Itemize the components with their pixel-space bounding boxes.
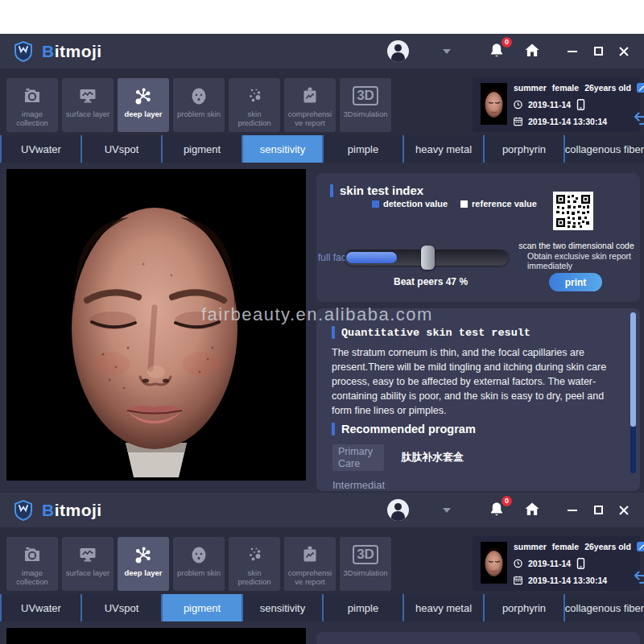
detection-swatch <box>372 200 379 208</box>
tool-comprehensive-report[interactable]: comprehensi ve report <box>284 537 336 591</box>
title-accent-bar <box>332 326 335 339</box>
tab-heavy-metal[interactable]: heavy metal <box>402 135 483 163</box>
close-button[interactable] <box>617 503 631 518</box>
recommended-product: 肽肽补水套盒 <box>401 450 464 464</box>
notifications-button[interactable]: 0 <box>488 42 506 61</box>
tab-porphyrin[interactable]: porphyrin <box>483 135 564 163</box>
tab-heavy-metal[interactable]: heavy metal <box>402 594 483 621</box>
calendar-icon <box>514 116 522 126</box>
tool-surface-layer[interactable]: surface layer <box>62 537 114 591</box>
tab-porphyrin[interactable]: porphyrin <box>483 594 564 621</box>
titlebar: Bitmoji 0 <box>0 34 644 68</box>
user-gender: female <box>552 83 579 93</box>
user-date-row: 2019-11-14 <box>514 558 644 569</box>
scrollbar-track <box>630 427 636 473</box>
user-panel: summer female 26years old 2019-11-14 201… <box>473 77 640 132</box>
tab-uvspot[interactable]: UVspot <box>80 135 161 163</box>
maximize-button[interactable] <box>591 44 605 59</box>
camera-icon <box>23 545 42 564</box>
app-logo-icon <box>13 500 34 521</box>
app-window-top: Bitmoji 0 imag <box>0 34 644 493</box>
skin-test-index-panel <box>316 632 640 644</box>
tab-sensitivity[interactable]: sensitivity <box>242 135 322 163</box>
primary-care-button[interactable]: Primary Care <box>332 444 384 471</box>
tab-collagenous-fiber[interactable]: collagenous fiber <box>564 594 644 621</box>
user-age: 26years old <box>584 542 631 551</box>
undo-icon[interactable] <box>633 570 644 585</box>
tab-pimple[interactable]: pimple <box>322 135 402 163</box>
tab-uvwater[interactable]: UVwater <box>0 594 80 621</box>
tool-image-collection[interactable]: image collection <box>6 537 58 591</box>
main-content: skin test index detection value referenc… <box>0 163 644 493</box>
minimize-button[interactable] <box>565 44 580 59</box>
intermediate-care-button[interactable]: Intermediat <box>332 479 385 491</box>
chevron-down-icon[interactable] <box>443 49 451 54</box>
home-button[interactable] <box>523 501 541 520</box>
maximize-icon <box>594 47 603 56</box>
maximize-button[interactable] <box>591 503 605 518</box>
tool-problem-skin[interactable]: problem skin <box>173 78 225 132</box>
panel-title: skin test index <box>330 184 423 197</box>
tool-skin-prediction[interactable]: skin prediction <box>229 78 280 132</box>
tab-collagenous-fiber[interactable]: collagenous fiber <box>564 135 644 163</box>
tab-uvspot[interactable]: UVspot <box>80 594 161 621</box>
title-accent-bar <box>332 423 335 436</box>
tool-skin-prediction[interactable]: skin prediction <box>229 537 280 591</box>
camera-icon <box>23 86 42 105</box>
tab-sensitivity[interactable]: sensitivity <box>242 594 322 621</box>
app-title: Bitmoji <box>42 42 102 61</box>
face-scan-image <box>6 169 306 481</box>
user-name: summer <box>514 542 547 551</box>
dots-scatter-icon <box>245 545 264 564</box>
close-button[interactable] <box>617 44 631 59</box>
slider-handle[interactable] <box>421 246 435 270</box>
notifications-button[interactable]: 0 <box>488 501 506 520</box>
avatar[interactable] <box>387 499 409 521</box>
tool-comprehensive-report[interactable]: comprehensi ve report <box>284 78 336 132</box>
edit-icon[interactable] <box>637 83 644 93</box>
avatar[interactable] <box>387 40 409 62</box>
undo-icon[interactable] <box>633 111 644 126</box>
molecule-icon <box>133 85 154 106</box>
tool-deep-layer[interactable]: deep layer <box>118 537 169 591</box>
tool-problem-skin[interactable]: problem skin <box>173 537 225 591</box>
user-date-row: 2019-11-14 <box>514 99 644 110</box>
dots-scatter-icon <box>245 86 264 105</box>
phone-icon[interactable] <box>576 99 585 110</box>
tab-pimple[interactable]: pimple <box>322 594 402 621</box>
quantitative-result-panel: Quantitative skin test result The stratu… <box>316 308 640 491</box>
toolbar: image collection surface layer deep laye… <box>0 68 644 135</box>
user-identity-row: summer female 26years old <box>514 542 644 551</box>
phone-icon[interactable] <box>576 558 585 569</box>
scrollbar-thumb[interactable] <box>630 312 636 427</box>
test-date: 2019-11-14 <box>528 559 571 568</box>
notification-badge: 0 <box>502 496 512 506</box>
tab-pigment[interactable]: pigment <box>161 135 242 163</box>
detection-slider[interactable] <box>345 250 509 266</box>
chevron-down-icon[interactable] <box>443 508 451 513</box>
minimize-button[interactable] <box>565 503 580 518</box>
scan-hint-line1: scan the two dimensional code <box>515 241 638 250</box>
qr-code <box>553 192 593 230</box>
user-photo <box>481 542 507 584</box>
scrollbar[interactable] <box>630 312 636 473</box>
user-panel: summer female 26years old 2019-11-14 201… <box>473 536 640 591</box>
home-button[interactable] <box>523 42 541 61</box>
beat-peers-label: Beat peers 47 % <box>394 276 468 287</box>
result-title: Quantitative skin test result <box>332 326 530 339</box>
tab-uvwater[interactable]: UVwater <box>0 135 80 163</box>
edit-icon[interactable] <box>637 542 644 551</box>
reference-swatch <box>460 200 468 208</box>
close-icon <box>619 47 629 56</box>
tab-pigment[interactable]: pigment <box>161 594 242 621</box>
molecule-icon <box>133 544 154 565</box>
tool-surface-layer[interactable]: surface layer <box>62 78 114 132</box>
test-date: 2019-11-14 <box>528 100 571 109</box>
minimize-icon <box>568 510 577 511</box>
print-button[interactable]: print <box>549 273 602 291</box>
minimize-icon <box>568 51 577 52</box>
tool-image-collection[interactable]: image collection <box>6 78 58 132</box>
tool-3d-simulation[interactable]: 3D 3Dsimulation <box>340 78 391 132</box>
tool-deep-layer[interactable]: deep layer <box>118 78 169 132</box>
tool-3d-simulation[interactable]: 3D 3Dsimulation <box>340 537 391 591</box>
